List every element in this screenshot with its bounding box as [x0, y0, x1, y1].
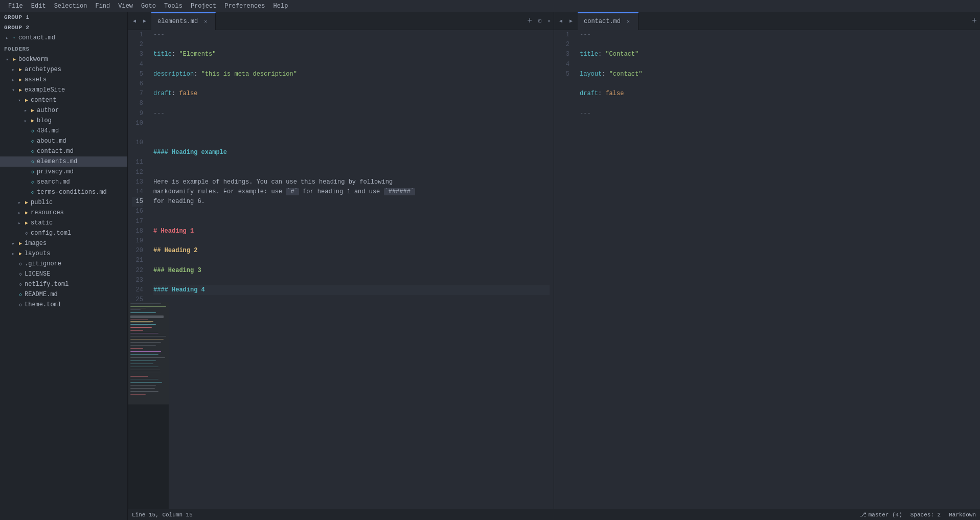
split-view-btn[interactable]: ⊡	[535, 16, 544, 26]
editor-pane-left: ◀ ▶ elements.md ✕ + ⊡ ✕ 12345	[128, 12, 554, 509]
file-search-label: search.md	[37, 178, 70, 186]
left-tab-next[interactable]: ▶	[140, 16, 149, 26]
menu-edit[interactable]: Edit	[27, 0, 50, 12]
group-1-header[interactable]: GROUP 1	[0, 12, 127, 22]
blog-arrow: ▸	[22, 118, 29, 124]
file-about-icon: ◇	[29, 137, 37, 145]
menu-view[interactable]: View	[114, 0, 137, 12]
folder-examplesite[interactable]: ▾ ▶ exampleSite	[0, 85, 127, 95]
line-8: #### Heading example	[153, 148, 550, 157]
file-gitignore[interactable]: ▸ ◇ .gitignore	[0, 259, 127, 269]
file-404[interactable]: ▸ ◇ 404.md	[0, 126, 127, 136]
menu-help[interactable]: Help	[269, 0, 292, 12]
left-editor-content[interactable]: 12345 678910 10 11121314 15 1617181920 2…	[128, 30, 554, 302]
tab-contact-md[interactable]: contact.md ✕	[578, 12, 639, 30]
split-close-btn[interactable]: ✕	[544, 16, 554, 26]
rline-5: ---	[580, 109, 976, 119]
left-tab-prev[interactable]: ◀	[130, 16, 139, 26]
file-config-toml[interactable]: ▸ ◇ config.toml	[0, 228, 127, 238]
file-privacy-label: privacy.md	[37, 168, 74, 175]
images-arrow: ▸	[10, 240, 16, 246]
minimap-left	[128, 302, 169, 509]
archetypes-arrow: ▸	[10, 66, 16, 73]
tab-elements-md[interactable]: elements.md ✕	[151, 12, 216, 30]
right-tab-bar: ◀ ▶ contact.md ✕ +	[554, 12, 980, 30]
file-theme-toml[interactable]: ▸ ◇ theme.toml	[0, 300, 127, 310]
tab-contact-close[interactable]: ✕	[625, 18, 632, 25]
menu-goto[interactable]: Goto	[137, 0, 160, 12]
file-license-icon: ◇	[16, 270, 25, 278]
menu-project[interactable]: Project	[187, 0, 220, 12]
folder-layouts[interactable]: ▸ ▶ layouts	[0, 248, 127, 259]
file-license[interactable]: ▸ ◇ LICENSE	[0, 269, 127, 279]
line-12: # Heading 1	[153, 227, 550, 236]
right-editor-content[interactable]: 12345 --- title: "Contact" layout: "cont…	[554, 30, 980, 509]
examplesite-arrow: ▾	[10, 87, 16, 93]
bookworm-arrow: ▾	[4, 56, 10, 62]
file-theme-icon: ◇	[16, 301, 25, 309]
menu-selection[interactable]: Selection	[50, 0, 92, 12]
status-syntax[interactable]: Markdown	[949, 512, 976, 518]
file-privacy-icon: ◇	[29, 168, 37, 176]
folder-archetypes-label: archetypes	[25, 66, 61, 73]
new-tab-left[interactable]: +	[524, 15, 535, 27]
minimap-viewport	[128, 302, 169, 404]
open-files-arrow: ▸	[4, 35, 10, 41]
file-404-icon: ◇	[29, 127, 37, 135]
folder-resources-icon: ▶	[22, 209, 31, 217]
sidebar: GROUP 1 GROUP 2 ▸ ◦ contact.md FOLDERS ▾…	[0, 12, 128, 520]
folder-bookworm-icon: ▶	[10, 55, 18, 63]
folder-resources-label: resources	[31, 209, 64, 216]
menu-file[interactable]: File	[4, 0, 27, 12]
git-branch[interactable]: ⎇ master (4)	[860, 511, 902, 518]
folder-bookworm[interactable]: ▾ ▶ bookworm	[0, 54, 127, 64]
folder-assets-icon: ▶	[16, 76, 25, 84]
right-tab-nav: ◀ ▶	[554, 16, 578, 26]
folder-public[interactable]: ▸ ▶ public	[0, 197, 127, 208]
right-tab-next[interactable]: ▶	[566, 16, 576, 26]
folder-static[interactable]: ▸ ▶ static	[0, 218, 127, 228]
left-tab-bar: ◀ ▶ elements.md ✕ + ⊡ ✕	[128, 12, 554, 30]
folder-content[interactable]: ▾ ▶ content	[0, 95, 127, 105]
open-files-item[interactable]: ▸ ◦ contact.md	[0, 33, 127, 43]
folder-author[interactable]: ▸ ▶ author	[0, 105, 127, 116]
right-code-content[interactable]: --- title: "Contact" layout: "contact" d…	[576, 30, 980, 509]
content-arrow: ▾	[16, 97, 22, 103]
group-2-header[interactable]: GROUP 2	[0, 22, 127, 33]
menu-tools[interactable]: Tools	[160, 0, 187, 12]
file-elements-icon: ◇	[29, 157, 37, 166]
file-privacy[interactable]: ▸ ◇ privacy.md	[0, 167, 127, 177]
file-about[interactable]: ▸ ◇ about.md	[0, 136, 127, 146]
folder-images[interactable]: ▸ ▶ images	[0, 238, 127, 248]
menu-preferences[interactable]: Preferences	[220, 0, 269, 12]
static-arrow: ▸	[16, 220, 22, 226]
status-spaces[interactable]: Spaces: 2	[910, 512, 941, 518]
rline-4: draft: false	[580, 89, 976, 99]
file-elements[interactable]: ▸ ◇ elements.md	[0, 156, 127, 167]
file-readme-label: README.md	[25, 291, 58, 298]
left-code-content[interactable]: --- title: "Elements" description: "this…	[149, 30, 554, 302]
menu-find[interactable]: Find	[91, 0, 114, 12]
folder-assets[interactable]: ▸ ▶ assets	[0, 75, 127, 85]
tab-elements-close[interactable]: ✕	[202, 18, 209, 25]
file-contact-icon: ◇	[29, 147, 37, 155]
folder-blog-icon: ▶	[29, 117, 37, 125]
folder-archetypes[interactable]: ▸ ▶ archetypes	[0, 64, 127, 75]
folder-blog[interactable]: ▸ ▶ blog	[0, 116, 127, 126]
right-tab-prev[interactable]: ◀	[556, 16, 565, 26]
file-elements-label: elements.md	[37, 158, 77, 165]
folder-resources[interactable]: ▸ ▶ resources	[0, 208, 127, 218]
public-arrow: ▸	[16, 199, 22, 206]
folder-images-icon: ▶	[16, 239, 25, 247]
status-position[interactable]: Line 15, Column 15	[132, 512, 193, 518]
file-readme[interactable]: ▸ ◇ README.md	[0, 289, 127, 300]
layouts-arrow: ▸	[10, 251, 16, 257]
file-search[interactable]: ▸ ◇ search.md	[0, 177, 127, 187]
rline-1: ---	[580, 30, 976, 40]
file-terms[interactable]: ▸ ◇ terms-conditions.md	[0, 187, 127, 197]
status-bar: Line 15, Column 15 ⎇ master (4) Spaces: …	[128, 509, 980, 520]
new-tab-right[interactable]: +	[969, 15, 980, 27]
file-netlify[interactable]: ▸ ◇ netlify.toml	[0, 279, 127, 289]
assets-arrow: ▸	[10, 77, 16, 83]
file-contact[interactable]: ▸ ◇ contact.md	[0, 146, 127, 156]
